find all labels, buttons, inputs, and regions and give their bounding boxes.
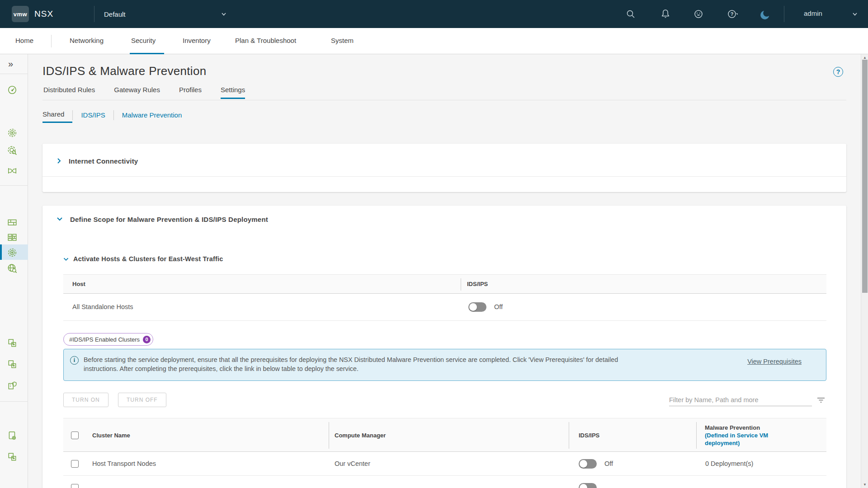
standalone-hosts-table: Host IDS/IPS All Standalone Hosts Off — [63, 274, 826, 321]
banner-text: Before starting the service deployment, … — [84, 355, 649, 373]
nav-system[interactable]: System — [331, 37, 354, 44]
compute-manager-cell: Our vCenter — [335, 460, 370, 467]
col-idsips: IDS/IPS — [579, 432, 599, 439]
row-checkbox[interactable] — [71, 484, 79, 488]
vmware-logo[interactable]: vmw — [12, 6, 29, 22]
table-row: Host Transport Nodes Our vCenter Off 0 D… — [63, 452, 826, 476]
view-prerequisites-link[interactable]: View Prerequisites — [747, 358, 802, 365]
notifications-bell-icon[interactable] — [660, 9, 671, 19]
threat-radar-search-icon[interactable] — [7, 145, 17, 155]
define-scope-title[interactable]: Define Scope for Malware Prevention & ID… — [70, 216, 268, 223]
defined-in-service-vm-link[interactable]: (Defined in Service VM deployment) — [705, 432, 791, 447]
gateway-firewall-icon[interactable] — [7, 232, 17, 242]
nav-plan-troubleshoot[interactable]: Plan & Troubleshoot — [235, 37, 296, 44]
internet-connectivity-card: Internet Connectivity — [42, 144, 846, 192]
sidebar-divider — [0, 74, 28, 74]
chip-label: #IDS/IPS Enabled Clusters — [69, 336, 140, 343]
ids-ips-malware-prevention-icon[interactable] — [7, 248, 17, 258]
nav-home[interactable]: Home — [15, 37, 33, 44]
filter-icon[interactable] — [816, 395, 826, 404]
turn-off-button[interactable]: TURN OFF — [118, 393, 166, 407]
sidebar-active-bar — [0, 244, 2, 260]
chevron-down-icon[interactable] — [62, 255, 71, 264]
filter-input[interactable] — [669, 394, 812, 406]
prerequisites-info-banner: i Before starting the service deployment… — [63, 349, 826, 381]
page-help-icon[interactable]: ? — [833, 67, 843, 77]
shared-objects-icon[interactable] — [7, 338, 17, 348]
turn-on-button[interactable]: TURN ON — [63, 393, 108, 407]
clusters-table-header: Cluster Name Compute Manager IDS/IPS Mal… — [63, 418, 826, 452]
svg-text:?: ? — [731, 11, 734, 17]
chevron-right-icon[interactable] — [54, 156, 63, 165]
settings-subtabs: Shared IDS/IPS Malware Prevention — [42, 110, 190, 123]
product-name: NSX — [34, 9, 53, 19]
main-nav: Home Networking Security Inventory Plan … — [0, 28, 868, 54]
project-scope-selector[interactable]: Default — [104, 0, 227, 28]
deployments-cell: 0 Deployment(s) — [705, 460, 753, 467]
tab-distributed-rules[interactable]: Distributed Rules — [43, 86, 95, 99]
table-row-partial — [63, 476, 826, 488]
shared-rules-icon[interactable] — [7, 359, 17, 369]
col-malware-prevention: Malware Prevention (Defined in Service V… — [705, 424, 791, 447]
nav-inventory[interactable]: Inventory — [183, 37, 211, 44]
security-overview-dashboard-icon[interactable] — [7, 85, 17, 95]
subtab-ids-ips[interactable]: IDS/IPS — [73, 111, 113, 122]
col-idsips: IDS/IPS — [467, 281, 488, 287]
security-sidebar: » — [0, 54, 28, 488]
user-menu[interactable]: admin — [804, 9, 822, 17]
select-all-checkbox[interactable] — [71, 432, 79, 439]
traffic-crossover-icon[interactable] — [7, 166, 17, 176]
col-cluster-name: Cluster Name — [92, 432, 130, 439]
ids-ips-enabled-clusters-chip[interactable]: #IDS/IPS Enabled Clusters 0 — [63, 333, 153, 346]
card-divider — [42, 176, 846, 177]
distributed-firewall-icon[interactable] — [7, 217, 17, 227]
search-icon[interactable] — [625, 9, 636, 19]
scroll-up-arrow[interactable]: ▲ — [861, 56, 868, 60]
subtab-shared[interactable]: Shared — [42, 110, 72, 123]
chevron-down-icon — [221, 11, 227, 17]
settings-document-gear-icon[interactable] — [7, 431, 17, 441]
dark-mode-moon-icon[interactable] — [759, 9, 769, 19]
feedback-smiley-icon[interactable] — [693, 9, 704, 19]
col-compute-manager: Compute Manager — [335, 432, 386, 439]
subtab-malware-prevention[interactable]: Malware Prevention — [114, 111, 190, 122]
toggle-state-label: Off — [494, 303, 503, 310]
migrate-objects-icon[interactable] — [7, 452, 17, 462]
vertical-scrollbar[interactable]: ▲ ▼ — [861, 54, 868, 488]
nav-networking[interactable]: Networking — [70, 37, 104, 44]
user-chevron-down-icon[interactable] — [852, 11, 863, 22]
nav-security[interactable]: Security — [131, 37, 156, 44]
col-host: Host — [72, 281, 85, 287]
scroll-down-arrow[interactable]: ▼ — [861, 483, 868, 487]
top-bar: vmw NSX Default ? admin — [0, 0, 868, 28]
activate-hosts-title[interactable]: Activate Hosts & Clusters for East-West … — [73, 255, 223, 263]
info-icon: i — [70, 356, 79, 365]
url-filtering-globe-search-icon[interactable] — [7, 263, 17, 273]
idsips-toggle-off[interactable] — [579, 459, 597, 469]
column-divider — [461, 278, 461, 291]
host-table-header: Host IDS/IPS — [63, 274, 826, 294]
sidebar-divider — [0, 401, 28, 402]
expand-sidebar-icon[interactable]: » — [8, 59, 13, 69]
malware-col-title: Malware Prevention — [705, 424, 791, 432]
endpoint-protection-icon[interactable] — [7, 380, 17, 390]
ids-ips-target-icon[interactable] — [7, 128, 17, 138]
scrollbar-thumb[interactable] — [862, 60, 868, 293]
cluster-name-cell: Host Transport Nodes — [92, 460, 156, 467]
sidebar-divider — [0, 185, 28, 186]
chevron-down-icon[interactable] — [55, 215, 64, 224]
internet-connectivity-title[interactable]: Internet Connectivity — [69, 157, 138, 165]
tab-settings[interactable]: Settings — [221, 86, 245, 99]
page-content: IDS/IPS & Malware Prevention ? Distribut… — [28, 54, 861, 488]
help-icon[interactable]: ? — [727, 9, 738, 19]
idsips-toggle-off[interactable] — [579, 483, 597, 488]
clusters-table: Cluster Name Compute Manager IDS/IPS Mal… — [63, 418, 826, 488]
tabs-separator — [42, 100, 846, 100]
page-title: IDS/IPS & Malware Prevention — [42, 64, 206, 78]
toggle-state-label: Off — [604, 460, 613, 467]
idsips-toggle-off[interactable] — [468, 302, 486, 312]
row-checkbox[interactable] — [71, 460, 79, 468]
tab-profiles[interactable]: Profiles — [179, 86, 202, 99]
host-name-cell: All Standalone Hosts — [72, 303, 133, 310]
tab-gateway-rules[interactable]: Gateway Rules — [114, 86, 160, 99]
